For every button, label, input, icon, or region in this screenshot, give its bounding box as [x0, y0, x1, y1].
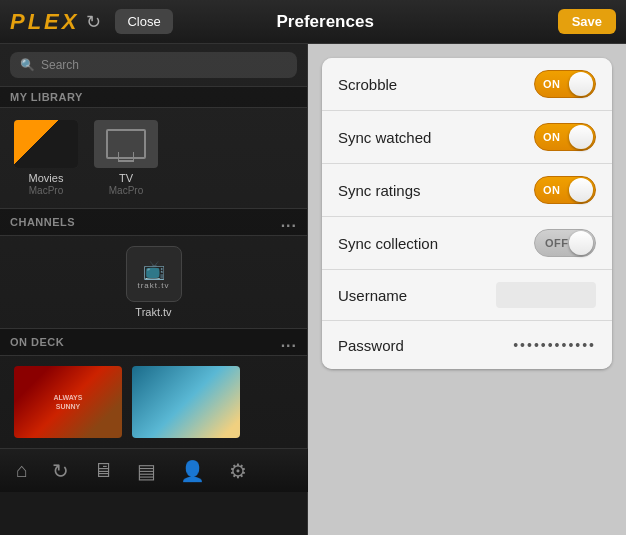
tv-thumbnail — [94, 120, 158, 168]
on-deck-more-button[interactable]: ... — [281, 333, 297, 351]
username-label: Username — [338, 287, 407, 304]
plex-logo: PLEX — [10, 9, 79, 35]
pref-row-sync-watched: Sync watched ON — [322, 111, 612, 164]
trakt-tv-icon: 📺 — [143, 259, 165, 281]
home-icon[interactable]: ⌂ — [16, 459, 28, 482]
sync-ratings-toggle-knob — [569, 178, 593, 202]
sync-ratings-toggle-label: ON — [543, 184, 561, 196]
sync-collection-toggle[interactable]: OFF — [534, 229, 596, 257]
bottom-nav: ⌂ ↻ 🖥 ▤ 👤 ⚙ — [0, 448, 308, 492]
page-title: Preferences — [93, 12, 558, 32]
library-item-movies[interactable]: Movies MacPro — [14, 120, 78, 196]
trakt-thumbnail: 📺 trakt.tv — [126, 246, 182, 302]
tv-label: TV — [119, 172, 133, 184]
tv-sublabel: MacPro — [109, 185, 143, 196]
scrobble-toggle[interactable]: ON — [534, 70, 596, 98]
pref-row-username: Username — [322, 270, 612, 321]
search-icon: 🔍 — [20, 58, 35, 72]
movies-sublabel: MacPro — [29, 185, 63, 196]
my-library-header: MY LIBRARY — [0, 86, 307, 108]
sync-watched-toggle[interactable]: ON — [534, 123, 596, 151]
main-content: 🔍 Search MY LIBRARY Movies MacPro TV Mac… — [0, 44, 626, 535]
scrobble-label: Scrobble — [338, 76, 397, 93]
sync-watched-toggle-knob — [569, 125, 593, 149]
sync-watched-toggle-label: ON — [543, 131, 561, 143]
sync-ratings-toggle[interactable]: ON — [534, 176, 596, 204]
trakt-channel-name: Trakt.tv — [135, 306, 171, 318]
password-value[interactable]: •••••••••••• — [513, 337, 596, 353]
on-deck-section — [0, 356, 307, 448]
library-item-tv[interactable]: TV MacPro — [94, 120, 158, 196]
settings-icon[interactable]: ⚙ — [229, 459, 247, 483]
scrobble-toggle-knob — [569, 72, 593, 96]
sidebar: 🔍 Search MY LIBRARY Movies MacPro TV Mac… — [0, 44, 308, 448]
preferences-panel: Scrobble ON Sync watched ON Sync ratings… — [308, 44, 626, 535]
sync-collection-label: Sync collection — [338, 235, 438, 252]
my-library-label: MY LIBRARY — [10, 91, 83, 103]
library-items: Movies MacPro TV MacPro — [0, 108, 307, 208]
deck-item-2[interactable] — [132, 366, 240, 438]
movies-label: Movies — [29, 172, 64, 184]
sync-collection-toggle-label: OFF — [545, 237, 569, 249]
password-label: Password — [338, 337, 404, 354]
pref-row-scrobble: Scrobble ON — [322, 58, 612, 111]
pref-row-password: Password •••••••••••• — [322, 321, 612, 369]
refresh-nav-icon[interactable]: ↻ — [52, 459, 69, 483]
channels-label: CHANNELS — [10, 216, 75, 228]
trakt-tv-label-small: trakt.tv — [137, 281, 169, 290]
search-bar[interactable]: 🔍 Search — [10, 52, 297, 78]
pref-row-sync-ratings: Sync ratings ON — [322, 164, 612, 217]
channel-item-trakt[interactable]: 📺 trakt.tv Trakt.tv — [14, 246, 293, 318]
display-icon[interactable]: 🖥 — [93, 459, 113, 482]
top-header: PLEX ↻ Close Preferences Save — [0, 0, 626, 44]
stack-icon[interactable]: ▤ — [137, 459, 156, 483]
movies-thumbnail — [14, 120, 78, 168]
preferences-card: Scrobble ON Sync watched ON Sync ratings… — [322, 58, 612, 369]
people-icon[interactable]: 👤 — [180, 459, 205, 483]
sync-watched-label: Sync watched — [338, 129, 431, 146]
channels-header: CHANNELS ... — [0, 208, 307, 236]
sync-collection-toggle-knob — [569, 231, 593, 255]
on-deck-label: ON DECK — [10, 336, 64, 348]
pref-row-sync-collection: Sync collection OFF — [322, 217, 612, 270]
channels-more-button[interactable]: ... — [281, 213, 297, 231]
search-placeholder: Search — [41, 58, 79, 72]
scrobble-toggle-label: ON — [543, 78, 561, 90]
sidebar-wrapper: 🔍 Search MY LIBRARY Movies MacPro TV Mac… — [0, 44, 308, 535]
channels-section: 📺 trakt.tv Trakt.tv — [0, 236, 307, 328]
save-button[interactable]: Save — [558, 9, 616, 34]
deck-item-1[interactable] — [14, 366, 122, 438]
username-input[interactable] — [496, 282, 596, 308]
sync-ratings-label: Sync ratings — [338, 182, 421, 199]
on-deck-header: ON DECK ... — [0, 328, 307, 356]
